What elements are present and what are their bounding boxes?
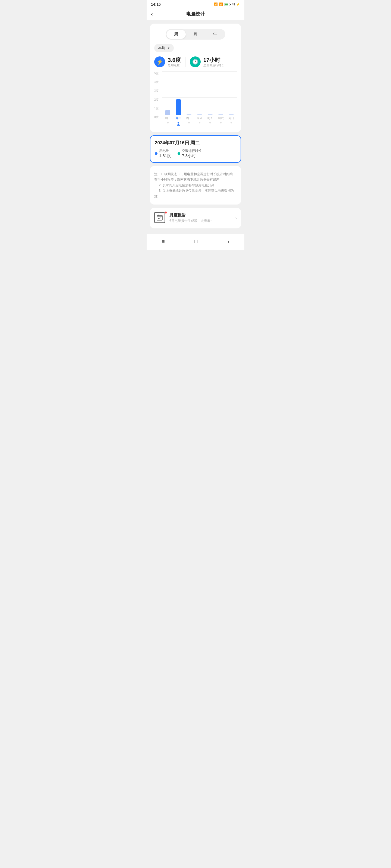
charging-icon: ⚡ [236,3,240,6]
bar-fri [208,115,213,115]
bar-col-fri [205,72,216,115]
stats-chart-card: 周 月 年 本周 ▼ ⚡ 3.6度 总用电量 🕐 17小时 总空 [150,24,241,132]
runtime-metric-value: 7.8小时 [182,153,201,158]
status-time: 14:15 [151,2,161,6]
x-label-fri: 周五 [205,116,216,120]
back-nav-button[interactable]: ‹ [222,237,235,246]
selected-indicator [177,123,180,126]
electricity-text: 3.6度 总用电量 [168,57,181,67]
electricity-label: 总用电量 [168,63,181,67]
chevron-down-icon: ▼ [167,46,170,50]
electricity-stat: ⚡ 3.6度 总用电量 [154,56,181,67]
status-bar: 14:15 📶 📶 49 ⚡ [147,0,244,8]
electricity-dot [155,152,158,155]
report-card[interactable]: 月度报告 6月电量报告生成啦，去查看～ › [150,208,241,228]
note-2: 2. 长时间开启电辅热将导致用电量升高 [154,183,215,187]
y-label-3: 3度 [154,89,161,93]
bottom-nav: ≡ □ ‹ [147,234,244,250]
triangle-col-tue [173,123,184,126]
detail-card: 2024年07月16日 周二 用电量 1.81度 空调运行时长 7.8小时 [150,135,241,163]
x-label-mon: 周一 [162,116,173,120]
triangle-col-sat [216,123,226,126]
x-label-sat: 周六 [216,116,226,120]
electricity-metric-label: 用电量 [159,149,171,153]
triangle-col-thu [194,123,205,126]
triangle-col-fri [205,123,216,126]
chevron-right-icon: › [235,216,237,220]
bar-col-mon [162,72,173,115]
y-label-0: 0度 [154,115,161,119]
note-1: 注：1. 联网状态下，用电量和空调运行时长统计时间约有半小时误差；断网状态下统计… [154,172,233,182]
status-icons: 📶 📶 49 ⚡ [214,2,240,6]
runtime-metric-label: 空调运行时长 [182,149,201,153]
report-text: 月度报告 6月电量报告生成啦，去查看～ [169,213,232,223]
main-content: 周 月 年 本周 ▼ ⚡ 3.6度 总用电量 🕐 17小时 总空 [147,20,244,231]
note-3: 3. 以上电量统计数据仅供参考，实际请以电表数据为准 [154,189,234,198]
bars-row [162,72,237,115]
page-title: 电量统计 [186,11,205,17]
stat-divider [185,57,186,67]
bar-col-thu [194,72,205,115]
bar-tue [176,99,181,115]
runtime-metric-info: 空调运行时长 7.8小时 [182,149,201,158]
signal-icon: 📶 [214,2,218,6]
battery-percent: 49 [232,3,235,6]
stats-row: ⚡ 3.6度 总用电量 🕐 17小时 总空调运行时长 [154,56,237,67]
chart-body [162,72,237,115]
notes-card: 注：1. 联网状态下，用电量和空调运行时长统计时间约有半小时误差；断网状态下统计… [150,166,241,205]
report-subtitle: 6月电量报告生成啦，去查看～ [169,219,232,223]
bar-mon [165,110,170,115]
electricity-icon: ⚡ [154,56,165,67]
triangle-col-wed [184,123,194,126]
period-selector[interactable]: 本周 ▼ [154,44,174,52]
electricity-value: 3.6度 [168,57,181,63]
period-label: 本周 [158,45,166,51]
tab-switcher: 周 月 年 [166,29,225,40]
top-nav: ‹ 电量统计 [147,8,244,20]
report-calendar-icon [154,212,165,223]
chart-y-labels: 5度 4度 3度 2度 1度 0度 [154,72,161,119]
y-label-4: 4度 [154,80,161,84]
bar-sat [218,115,223,115]
runtime-text: 17小时 总空调运行时长 [203,57,224,67]
y-label-2: 2度 [154,98,161,102]
detail-metrics: 用电量 1.81度 空调运行时长 7.8小时 [155,149,236,158]
y-label-5: 5度 [154,72,161,75]
home-button[interactable]: □ [189,237,203,246]
menu-button[interactable]: ≡ [156,237,170,246]
y-label-1: 1度 [154,106,161,111]
runtime-value: 17小时 [203,57,224,63]
runtime-label: 总空调运行时长 [203,63,224,67]
bar-wed [187,115,191,115]
electricity-metric: 用电量 1.81度 [155,149,171,158]
wifi-icon: 📶 [219,2,223,6]
tab-year[interactable]: 年 [205,30,225,39]
x-label-wed: 周三 [184,116,194,120]
triangle-col-mon [162,123,173,126]
triangle-col-sun [226,123,237,126]
clock-icon: 🕐 [190,56,201,67]
electricity-metric-value: 1.81度 [159,153,171,158]
runtime-metric: 空调运行时长 7.8小时 [177,149,201,158]
report-title: 月度报告 [169,213,232,218]
chart-area: 5度 4度 3度 2度 1度 0度 [154,72,237,126]
battery-icon [224,3,231,6]
bar-col-sun [226,72,237,115]
bar-thu [197,115,202,115]
x-label-thu: 周四 [194,116,205,120]
bar-col-wed [184,72,194,115]
tab-month[interactable]: 月 [186,30,205,39]
chart-x-labels: 周一 周二 周三 周四 周五 周六 周日 [162,116,237,120]
tab-week[interactable]: 周 [166,30,186,39]
bar-col-tue [173,72,184,115]
notes-text: 注：1. 联网状态下，用电量和空调运行时长统计时间约有半小时误差；断网状态下统计… [154,170,237,200]
triangle-row [162,123,237,126]
electricity-metric-info: 用电量 1.81度 [159,149,171,158]
x-label-tue: 周二 [173,116,184,120]
bar-col-sat [216,72,226,115]
detail-date: 2024年07月16日 周二 [155,140,236,146]
back-button[interactable]: ‹ [151,11,153,17]
notification-badge [165,211,167,214]
x-label-sun: 周日 [226,116,237,120]
runtime-stat: 🕐 17小时 总空调运行时长 [190,56,224,67]
